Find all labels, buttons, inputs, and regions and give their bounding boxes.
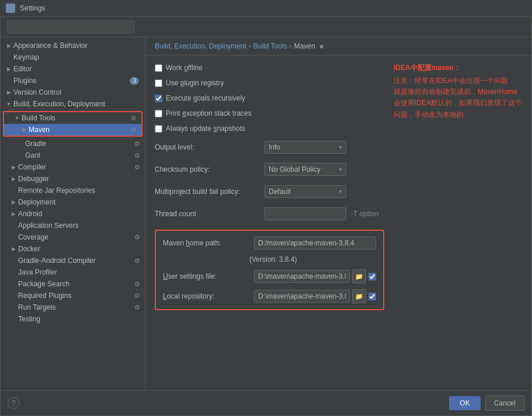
maven-home-input[interactable]: [254, 237, 376, 249]
sidebar-item-editor[interactable]: ▶Editor: [1, 63, 145, 75]
thread-count-hint: -T option: [351, 210, 378, 218]
multiproject-policy-select-wrapper: Default Fail Fast Fail Never Fail At End: [265, 185, 346, 198]
sidebar: ▶Appearance & BehaviorKeymap▶EditorPlugi…: [1, 37, 145, 390]
sidebar-item-gant[interactable]: Gant⚙: [1, 150, 145, 161]
local-repo-row: Local repository: 📁: [163, 289, 376, 303]
use-plugin-registry-row: Use plugin registry: [155, 78, 384, 88]
sidebar-item-version-control[interactable]: ▶Version Control: [1, 86, 145, 98]
user-settings-checkbox[interactable]: [368, 273, 376, 280]
sidebar-item-android[interactable]: ▶Android: [1, 208, 145, 220]
sidebar-item-build-exec-deploy[interactable]: ▼Build, Execution, Deployment: [1, 98, 145, 110]
use-plugin-registry-checkbox[interactable]: [155, 79, 162, 87]
dialog-header: [1, 17, 531, 37]
sidebar-label-compiler: Compiler: [18, 163, 132, 171]
sidebar-label-gradle-android: Gradle-Android Compiler: [18, 256, 132, 265]
settings-dialog: ▶Appearance & BehaviorKeymap▶EditorPlugi…: [0, 16, 532, 416]
checksum-policy-select[interactable]: No Global Policy Strict Warn: [265, 163, 346, 176]
user-settings-input[interactable]: [254, 270, 350, 283]
dialog-body: ▶Appearance & BehaviorKeymap▶EditorPlugi…: [1, 37, 531, 390]
print-exception-checkbox[interactable]: [155, 110, 162, 117]
sidebar-item-keymap[interactable]: Keymap: [1, 51, 145, 63]
sidebar-arrow-debugger: ▶: [10, 175, 17, 182]
sidebar-item-java-profiler[interactable]: Java Profiler: [1, 266, 145, 278]
cancel-button[interactable]: Cancel: [485, 396, 524, 411]
search-input[interactable]: [6, 20, 135, 33]
sidebar-label-maven: Maven: [29, 126, 128, 134]
sidebar-gear-maven: ⚙: [131, 126, 137, 134]
breadcrumb: Build, Execution, Deployment › Build Too…: [145, 37, 531, 56]
sidebar-label-remote-jar: Remote Jar Repositories: [18, 186, 140, 195]
sidebar-gear-gradle: ⚙: [134, 140, 140, 148]
always-update-checkbox[interactable]: [155, 125, 162, 133]
sidebar-item-appearance[interactable]: ▶Appearance & Behavior: [1, 40, 145, 51]
sidebar-label-package-search: Package Search: [18, 280, 132, 288]
sidebar-item-testing[interactable]: Testing: [1, 313, 145, 325]
red-border-group: ▼Build Tools⚙▶Maven⚙: [3, 111, 142, 137]
sidebar-gear-run-targets: ⚙: [134, 304, 140, 311]
execute-goals-checkbox[interactable]: [155, 95, 162, 102]
content-area: Work offline Use plugin registry Execute…: [145, 56, 531, 390]
sidebar-item-run-targets[interactable]: Run Targets⚙: [1, 301, 145, 313]
breadcrumb-sep2: ›: [290, 42, 292, 50]
sidebar-item-docker[interactable]: ▶Docker: [1, 243, 145, 255]
sidebar-item-build-tools[interactable]: ▼Build Tools⚙: [4, 112, 141, 124]
sidebar-label-run-targets: Run Targets: [18, 303, 132, 311]
sidebar-item-package-search[interactable]: Package Search⚙: [1, 278, 145, 290]
app-icon: [6, 4, 15, 13]
checksum-policy-label: Checksum policy:: [155, 165, 260, 174]
local-repo-input-wrapper: 📁: [254, 289, 376, 303]
sidebar-item-required-plugins[interactable]: Required Plugins⚙: [1, 290, 145, 301]
sidebar-gear-required-plugins: ⚙: [134, 292, 140, 300]
print-exception-row: Print exception stack traces: [155, 108, 384, 119]
footer-right: OK Cancel: [449, 396, 524, 411]
sidebar-arrow-docker: ▶: [10, 245, 17, 252]
sidebar-item-gradle[interactable]: Gradle⚙: [1, 138, 145, 150]
maven-home-label: Maven home path:: [163, 239, 249, 247]
sidebar-item-app-servers[interactable]: Application Servers: [1, 220, 145, 231]
help-button[interactable]: ?: [8, 397, 19, 409]
breadcrumb-part2[interactable]: Build Tools: [253, 42, 287, 50]
sidebar-item-plugins[interactable]: Plugins3: [1, 75, 145, 86]
work-offline-checkbox[interactable]: [155, 64, 162, 72]
work-offline-row: Work offline: [155, 63, 384, 73]
annotation-text: 注意：经常在IDEA中会出现一个问题就是项目自动创建完成后，MavenHome会…: [394, 75, 522, 120]
footer-left: ?: [8, 397, 19, 409]
annotation-panel: IDEA中配置maven： 注意：经常在IDEA中会出现一个问题就是项目自动创建…: [394, 63, 522, 383]
thread-count-input[interactable]: [265, 207, 346, 220]
multiproject-policy-select[interactable]: Default Fail Fast Fail Never Fail At End: [265, 185, 346, 198]
sidebar-item-coverage[interactable]: Coverage⚙: [1, 231, 145, 243]
sidebar-item-gradle-android[interactable]: Gradle-Android Compiler⚙: [1, 255, 145, 266]
sidebar-badge-plugins: 3: [130, 77, 139, 85]
local-repo-browse-button[interactable]: 📁: [352, 289, 366, 303]
sidebar-arrow-build-exec-deploy: ▼: [5, 100, 12, 108]
breadcrumb-part3: Maven: [294, 42, 315, 50]
sidebar-label-deployment: Deployment: [18, 198, 140, 206]
sidebar-item-deployment[interactable]: ▶Deployment: [1, 196, 145, 208]
title-bar: Settings: [0, 0, 532, 16]
sidebar-item-maven[interactable]: ▶Maven⚙: [4, 124, 141, 136]
breadcrumb-icon: ■: [320, 43, 324, 50]
sidebar-item-compiler[interactable]: ▶Compiler⚙: [1, 161, 145, 173]
local-repo-input[interactable]: [254, 290, 350, 303]
always-update-label: Always update snapshots: [166, 124, 245, 133]
sidebar-arrow-version-control: ▶: [5, 89, 12, 96]
local-repo-checkbox[interactable]: [368, 293, 376, 300]
maven-home-row: Maven home path:: [163, 237, 376, 249]
sidebar-item-remote-jar[interactable]: Remote Jar Repositories: [1, 185, 145, 196]
user-settings-browse-button[interactable]: 📁: [352, 269, 366, 283]
ok-button[interactable]: OK: [449, 396, 480, 410]
sidebar-label-java-profiler: Java Profiler: [18, 268, 140, 276]
multiproject-policy-label: Multiproject build fail policy:: [155, 188, 260, 196]
print-exception-label: Print exception stack traces: [166, 109, 252, 117]
breadcrumb-part1[interactable]: Build, Execution, Deployment: [155, 42, 246, 50]
sidebar-gear-build-tools: ⚙: [131, 115, 137, 122]
sidebar-label-android: Android: [18, 210, 140, 218]
sidebar-gear-package-search: ⚙: [134, 280, 140, 288]
sidebar-item-debugger[interactable]: ▶Debugger: [1, 173, 145, 185]
sidebar-label-editor: Editor: [13, 65, 140, 73]
execute-goals-row: Execute goals recursively: [155, 93, 384, 103]
output-level-select[interactable]: Info Debug Error Warning: [265, 141, 346, 154]
annotation-box: IDEA中配置maven： 注意：经常在IDEA中会出现一个问题就是项目自动创建…: [394, 63, 522, 120]
maven-version: (Version: 3.8.4): [163, 255, 376, 264]
sidebar-arrow-editor: ▶: [5, 65, 12, 72]
